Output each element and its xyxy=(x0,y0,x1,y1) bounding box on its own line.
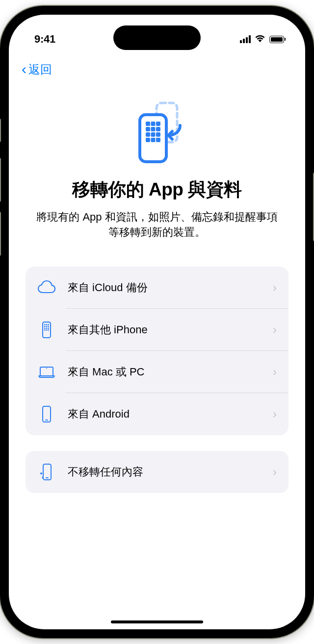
page-subtitle: 將現有的 App 和資訊，如照片、備忘錄和提醒事項等移轉到新的裝置。 xyxy=(26,210,288,240)
chevron-right-icon: › xyxy=(273,465,277,479)
svg-rect-7 xyxy=(156,127,160,131)
option-label: 不移轉任何內容 xyxy=(68,465,262,479)
battery-icon xyxy=(269,36,286,43)
svg-rect-3 xyxy=(151,122,156,126)
screen: 9:41 xyxy=(9,15,305,629)
svg-rect-18 xyxy=(44,325,46,327)
side-button xyxy=(0,119,1,142)
option-from-another-iphone[interactable]: 來自其他 iPhone › xyxy=(26,309,288,351)
back-label: 返回 xyxy=(28,62,52,77)
svg-rect-26 xyxy=(48,329,49,331)
back-button[interactable]: ‹ 返回 xyxy=(20,59,54,80)
options-section: 來自 iCloud 備份 › xyxy=(9,240,305,493)
svg-rect-25 xyxy=(46,329,48,331)
svg-rect-16 xyxy=(46,324,48,325)
svg-rect-13 xyxy=(156,138,160,142)
svg-point-28 xyxy=(46,368,47,369)
svg-rect-23 xyxy=(48,327,49,329)
svg-rect-30 xyxy=(45,420,48,421)
iphone-icon xyxy=(36,320,57,340)
page-title: 移轉你的 App 與資料 xyxy=(26,177,288,202)
svg-rect-15 xyxy=(44,324,46,325)
option-from-icloud-backup[interactable]: 來自 iCloud 備份 › xyxy=(26,267,288,309)
svg-rect-6 xyxy=(151,127,156,131)
chevron-left-icon: ‹ xyxy=(22,62,26,76)
svg-rect-19 xyxy=(46,325,48,327)
phone-sparkle-icon xyxy=(36,462,57,482)
svg-rect-24 xyxy=(44,329,46,331)
side-button xyxy=(0,158,1,202)
chevron-right-icon: › xyxy=(273,407,277,421)
svg-rect-2 xyxy=(146,122,150,126)
option-from-mac-or-pc[interactable]: 來自 Mac 或 PC › xyxy=(26,351,288,393)
option-label: 來自 Android xyxy=(68,407,262,421)
option-label: 來自 iCloud 備份 xyxy=(68,280,262,295)
status-time: 9:41 xyxy=(34,33,55,46)
svg-rect-8 xyxy=(146,132,150,137)
dynamic-island xyxy=(113,25,201,50)
cellular-signal-icon xyxy=(240,35,251,43)
svg-rect-5 xyxy=(146,127,150,131)
phone-outline-icon xyxy=(36,404,57,424)
option-from-android[interactable]: 來自 Android › xyxy=(26,393,288,435)
svg-rect-4 xyxy=(156,122,160,126)
svg-rect-9 xyxy=(151,132,156,137)
option-label: 來自 Mac 或 PC xyxy=(68,365,262,379)
svg-rect-22 xyxy=(46,327,48,329)
svg-rect-12 xyxy=(151,138,156,142)
cloud-icon xyxy=(36,277,57,298)
svg-rect-11 xyxy=(146,138,150,142)
option-dont-transfer[interactable]: 不移轉任何內容 › xyxy=(26,451,288,493)
wifi-icon xyxy=(255,34,265,44)
svg-rect-17 xyxy=(48,324,49,325)
chevron-right-icon: › xyxy=(273,323,277,337)
nav-bar: ‹ 返回 xyxy=(9,50,305,80)
phone-frame: 9:41 xyxy=(0,6,314,638)
option-label: 來自其他 iPhone xyxy=(68,322,262,337)
side-button xyxy=(0,212,1,256)
chevron-right-icon: › xyxy=(273,281,277,295)
primary-options-list: 來自 iCloud 備份 › xyxy=(26,267,288,435)
svg-rect-20 xyxy=(48,325,49,327)
svg-rect-10 xyxy=(156,132,160,137)
laptop-icon xyxy=(36,362,57,382)
secondary-options-list: 不移轉任何內容 › xyxy=(26,451,288,493)
chevron-right-icon: › xyxy=(273,365,277,379)
transfer-hero-icon xyxy=(26,101,288,164)
svg-rect-21 xyxy=(44,327,46,329)
home-indicator[interactable] xyxy=(111,620,203,623)
svg-rect-32 xyxy=(46,477,49,478)
header-content: 移轉你的 App 與資料 將現有的 App 和資訊，如照片、備忘錄和提醒事項等移… xyxy=(9,80,305,240)
status-icons xyxy=(240,34,286,44)
